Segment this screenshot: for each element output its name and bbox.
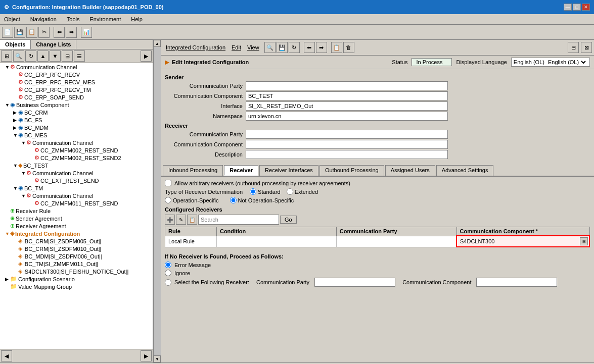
standard-radio[interactable]	[250, 188, 256, 195]
menu-integrated-config[interactable]: Integrated Configuration	[166, 44, 225, 50]
left-tb-btn-3[interactable]: ↻	[25, 50, 36, 62]
condition-input[interactable]	[220, 238, 333, 244]
tab-inbound-processing[interactable]: Inbound Processing	[163, 165, 223, 176]
scroll-down-btn[interactable]: ▼	[154, 355, 161, 362]
maximize-button[interactable]: □	[573, 4, 581, 11]
tree-ic-bc-crm-2[interactable]: ◈ |BC_CRM|SI_ZSDFM010_Out||	[0, 245, 153, 252]
scroll-right-btn[interactable]: ▶	[141, 350, 152, 361]
menu-tools[interactable]: Tools	[65, 15, 82, 23]
menu-edit[interactable]: Edit	[232, 44, 241, 50]
tree-ic-bc-crm-1[interactable]: ◈ |BC_CRM|SI_ZSDFM005_Out||	[0, 237, 153, 245]
tree-sender-agreement[interactable]: ⊕ Sender Agreement	[0, 215, 153, 222]
cell-comm-component[interactable]: ⊞	[456, 236, 589, 247]
tab-objects[interactable]: Objects	[0, 40, 31, 49]
close-button[interactable]: ✕	[582, 4, 590, 11]
tree-bc-test-comm-channel[interactable]: ▼ ⚙ Communication Channel	[0, 169, 153, 177]
right-tb-6[interactable]: 📋	[331, 42, 342, 53]
left-tb-btn-6[interactable]: ⊟	[62, 50, 73, 62]
error-message-radio[interactable]	[165, 262, 171, 268]
table-copy-btn[interactable]: 📋	[187, 215, 197, 225]
select-following-radio[interactable]	[165, 279, 171, 286]
menu-help[interactable]: Help	[129, 15, 145, 23]
tree-cc-erp-rfc-recv-tm[interactable]: ⚙ CC_ERP_RFC_RECV_TM	[0, 86, 153, 93]
extended-radio[interactable]	[287, 188, 293, 195]
tree-ic-bc-mdm[interactable]: ◈ |BC_MDM|SI_ZSDFM006_Out||	[0, 252, 153, 260]
left-tb-btn-2[interactable]: 🔍	[13, 50, 24, 62]
search-input[interactable]	[198, 215, 279, 225]
cell-condition[interactable]	[216, 236, 336, 247]
tree-receiver-rule[interactable]: ⊕ Receiver Rule	[0, 207, 153, 215]
left-tb-btn-5[interactable]: ▼	[50, 50, 61, 62]
tree-cc-ext-rest-send[interactable]: ⚙ CC_EXT_REST_SEND	[0, 177, 153, 184]
go-button[interactable]: Go	[280, 216, 297, 224]
operation-specific-option[interactable]: Operation-Specific	[165, 197, 219, 203]
tree-bc-mdm[interactable]: ▶ ◉ BC_MDM	[0, 124, 153, 131]
sender-comm-component-input[interactable]	[246, 91, 448, 100]
toolbar-btn-2[interactable]: 💾	[14, 27, 25, 38]
left-tb-btn-1[interactable]: ⊞	[1, 50, 12, 62]
left-tb-btn-7[interactable]: ☰	[74, 50, 85, 62]
right-tb-4[interactable]: ⬅	[304, 42, 315, 53]
tab-assigned-users[interactable]: Assigned Users	[385, 165, 435, 176]
toolbar-btn-3[interactable]: 📋	[26, 27, 37, 38]
toolbar-btn-7[interactable]: 📊	[81, 27, 92, 38]
receiver-description-input[interactable]	[246, 150, 448, 159]
tree-cc-erp-rfc-recv[interactable]: ⚙ CC_ERP_RFC_RECV	[0, 71, 153, 78]
tree-ic-s4dclnt300[interactable]: ◈ |S4DCLNT300|SI_FEISHU_NOTICE_Out||	[0, 268, 153, 275]
tree-cc-zmmfm002-rest-send[interactable]: ⚙ CC_ZMMFM002_REST_SEND	[0, 146, 153, 154]
tree-bc-test[interactable]: ▼ ◆ BC_TEST	[0, 162, 153, 169]
scroll-left-btn[interactable]: ◀	[1, 350, 12, 361]
right-tb-3[interactable]: ↻	[289, 42, 300, 53]
toolbar-btn-4[interactable]: ✂	[38, 27, 50, 38]
sender-namespace-input[interactable]	[246, 112, 448, 121]
cell-comm-party[interactable]	[336, 236, 456, 247]
allow-arbitrary-checkbox[interactable]	[165, 180, 171, 186]
tree-value-mapping[interactable]: 📁 Value Mapping Group	[0, 283, 153, 290]
comm-component-input[interactable]	[460, 238, 526, 244]
menu-view[interactable]: View	[247, 44, 259, 50]
operation-specific-radio[interactable]	[165, 197, 171, 203]
tree-business-component[interactable]: ▼ ◉ Business Component	[0, 101, 153, 109]
left-tb-btn-4[interactable]: ▲	[37, 50, 49, 62]
menu-object[interactable]: Object	[2, 15, 22, 23]
select-comm-party-input[interactable]	[314, 278, 395, 287]
table-delete-btn[interactable]: ✎	[176, 215, 186, 225]
tree-ic-bc-tm[interactable]: ◈ |BC_TM|SI_ZMMFM011_Out||	[0, 260, 153, 268]
receiver-comm-party-input[interactable]	[246, 130, 448, 139]
toolbar-btn-1[interactable]: 📄	[2, 27, 13, 38]
right-tb-7[interactable]: 🗑	[343, 42, 354, 53]
tree-cc-erp-rfc-recv-mes[interactable]: ⚙ CC_ERP_RFC_RECV_MES	[0, 78, 153, 86]
menu-environment[interactable]: Environment	[88, 15, 123, 23]
tree-cc-zmmfm002-rest-send2[interactable]: ⚙ CC_ZMMFM002_REST_SEND2	[0, 154, 153, 162]
sender-interface-input[interactable]	[246, 101, 448, 111]
tree-bc-tm[interactable]: ▼ ◉ BC_TM	[0, 184, 153, 192]
right-tb-1[interactable]: 🔍	[264, 42, 276, 53]
minimize-button[interactable]: —	[564, 4, 572, 11]
toolbar-btn-5[interactable]: ⬅	[54, 27, 65, 38]
tab-advanced-settings[interactable]: Advanced Settings	[436, 165, 494, 176]
left-tb-btn-scroll[interactable]: ▶	[141, 50, 152, 62]
tab-receiver[interactable]: Receiver	[224, 165, 258, 176]
lang-select[interactable]: English (OL)	[546, 59, 587, 66]
receiver-comm-component-input[interactable]	[246, 140, 448, 149]
tab-outbound-processing[interactable]: Outbound Processing	[319, 165, 384, 176]
sender-comm-party-input[interactable]	[246, 81, 448, 90]
standard-option[interactable]: Standard	[250, 188, 281, 195]
tree-integrated-config[interactable]: ▼ ◈ Integrated Configuration	[0, 230, 153, 237]
scroll-up-btn[interactable]: ▲	[154, 40, 161, 47]
extended-option[interactable]: Extended	[287, 188, 318, 195]
table-add-btn[interactable]: ➕	[165, 215, 175, 225]
right-corner-btn-2[interactable]: ⊠	[581, 42, 592, 53]
tree-communication-channel-root[interactable]: ▼ ⚙ Communication Channel	[0, 63, 153, 71]
tree-bc-mes-comm-channel[interactable]: ▼ ⚙ Communication Channel	[0, 139, 153, 146]
menu-navigation[interactable]: Navigation	[28, 15, 59, 23]
ignore-radio[interactable]	[165, 270, 171, 276]
not-operation-specific-radio[interactable]	[230, 197, 237, 203]
tree-config-scenario[interactable]: ▶ 📁 Configuration Scenario	[0, 275, 153, 283]
right-tb-2[interactable]: 💾	[277, 42, 288, 53]
select-comm-component-input[interactable]	[476, 278, 557, 287]
tree-bc-tm-comm-channel[interactable]: ▼ ⚙ Communication Channel	[0, 192, 153, 199]
tree-cc-zmmfm011-rest-send[interactable]: ⚙ CC_ZMMFM011_REST_SEND	[0, 199, 153, 207]
comm-party-input[interactable]	[340, 238, 453, 244]
toolbar-btn-6[interactable]: ➡	[66, 27, 77, 38]
